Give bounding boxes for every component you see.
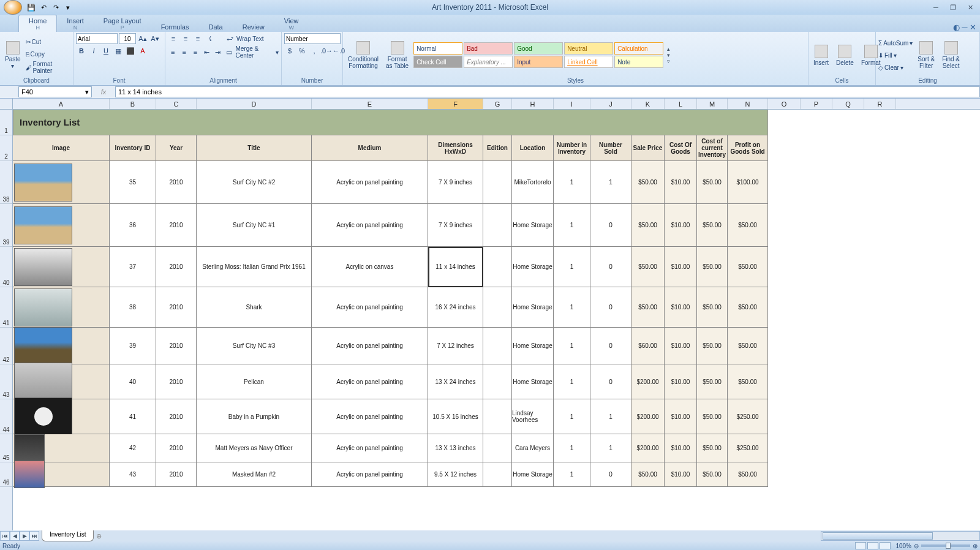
table-cell[interactable]: $50.00 [697, 204, 728, 247]
italic-icon[interactable]: I [88, 45, 99, 56]
tab-next-icon[interactable]: ▶ [20, 531, 29, 541]
table-cell[interactable] [483, 161, 512, 204]
table-cell[interactable]: $10.00 [665, 328, 697, 364]
shrink-font-icon[interactable]: A▾ [149, 33, 160, 44]
table-cell[interactable]: Baby in a Pumpkin [197, 399, 312, 434]
table-cell[interactable]: 2010 [156, 287, 197, 328]
zoom-out-icon[interactable]: ⊖ [914, 543, 919, 549]
table-header[interactable]: Year [156, 135, 197, 161]
scrollbar-thumb[interactable] [823, 532, 933, 540]
table-cell[interactable]: $50.00 [697, 328, 728, 364]
table-cell[interactable]: Acrylic on panel painting [312, 287, 428, 328]
table-cell[interactable]: 1 [554, 161, 590, 204]
table-cell[interactable]: $50.00 [728, 287, 768, 328]
table-cell[interactable]: $50.00 [697, 364, 728, 399]
restore-button[interactable]: ❐ [946, 2, 960, 12]
table-header[interactable]: Inventory ID [110, 135, 156, 161]
table-cell[interactable]: $200.00 [631, 399, 665, 434]
percent-icon[interactable]: % [296, 45, 307, 56]
indent-dec-icon[interactable]: ⇤ [202, 47, 211, 58]
table-cell[interactable]: Surf City NC #3 [197, 328, 312, 364]
table-header[interactable]: Image [13, 135, 110, 161]
table-cell[interactable]: $50.00 [631, 287, 665, 328]
tab-prev-icon[interactable]: ◀ [10, 531, 20, 541]
tab-insert[interactable]: InsertN [57, 15, 94, 32]
table-cell[interactable]: $50.00 [631, 247, 665, 287]
table-cell[interactable] [483, 462, 512, 487]
table-header[interactable]: Cost Of Goods [665, 135, 697, 161]
table-cell[interactable]: Acrylic on panel painting [312, 364, 428, 399]
table-cell[interactable]: 7 X 12 inches [428, 328, 483, 364]
table-cell[interactable]: 2010 [156, 434, 197, 462]
table-cell[interactable]: $50.00 [697, 287, 728, 328]
underline-icon[interactable]: U [100, 45, 111, 56]
table-cell[interactable] [483, 287, 512, 328]
table-header[interactable]: Medium [312, 135, 428, 161]
table-cell[interactable]: 16 X 24 inches [428, 287, 483, 328]
table-cell[interactable]: $10.00 [665, 462, 697, 487]
table-cell[interactable]: Acrylic on panel painting [312, 328, 428, 364]
table-cell[interactable]: $50.00 [728, 204, 768, 247]
table-cell[interactable]: 0 [590, 247, 631, 287]
table-cell[interactable]: Home Storage [512, 204, 554, 247]
tab-home[interactable]: HomeH [18, 15, 57, 32]
table-header[interactable]: Sale Price [631, 135, 665, 161]
table-header[interactable]: Profit on Goods Sold [728, 135, 768, 161]
table-cell[interactable]: Acrylic on panel painting [312, 204, 428, 247]
font-color-icon[interactable]: A [137, 45, 148, 56]
horizontal-scrollbar[interactable] [821, 531, 980, 541]
row-header-41[interactable]: 41 [0, 287, 12, 328]
table-cell[interactable]: $250.00 [728, 434, 768, 462]
table-cell[interactable]: 2010 [156, 399, 197, 434]
table-cell[interactable]: $200.00 [631, 364, 665, 399]
table-cell[interactable]: $50.00 [697, 399, 728, 434]
table-header[interactable]: Dimensions HxWxD [428, 135, 483, 161]
grow-font-icon[interactable]: A▴ [137, 33, 148, 44]
grid-body[interactable]: Inventory ListImageInventory IDYearTitle… [13, 110, 980, 487]
align-bottom-icon[interactable]: ≡ [192, 33, 203, 44]
comma-icon[interactable]: , [309, 45, 320, 56]
fill-button[interactable]: ⬇ Fill ▾ [878, 50, 913, 61]
clear-button[interactable]: ◇ Clear ▾ [878, 62, 913, 73]
table-cell[interactable]: 40 [110, 364, 156, 399]
save-icon[interactable]: 💾 [26, 2, 37, 13]
table-cell[interactable]: 0 [590, 364, 631, 399]
table-cell[interactable]: 42 [110, 434, 156, 462]
table-cell[interactable]: 0 [590, 287, 631, 328]
table-cell[interactable]: Acrylic on panel painting [312, 161, 428, 204]
table-cell[interactable] [483, 399, 512, 434]
table-cell[interactable]: $10.00 [665, 161, 697, 204]
name-box[interactable]: F40▾ [18, 86, 92, 97]
tab-last-icon[interactable]: ⏭ [29, 531, 39, 541]
formula-input[interactable]: 11 x 14 inches [115, 86, 980, 97]
table-cell[interactable]: 1 [554, 462, 590, 487]
table-cell[interactable] [13, 399, 110, 434]
align-left-icon[interactable]: ≡ [168, 47, 178, 58]
table-cell[interactable]: 11 x 14 inches [428, 247, 483, 287]
table-cell[interactable]: Home Storage [512, 364, 554, 399]
table-cell[interactable]: Surf City NC #2 [197, 161, 312, 204]
office-button[interactable] [4, 0, 22, 15]
table-cell[interactable]: Home Storage [512, 462, 554, 487]
table-cell[interactable]: $50.00 [631, 204, 665, 247]
table-cell[interactable]: $50.00 [631, 462, 665, 487]
font-name-input[interactable] [76, 33, 118, 44]
table-cell[interactable]: 1 [554, 399, 590, 434]
table-cell[interactable]: Acrylic on panel painting [312, 434, 428, 462]
table-cell[interactable]: $50.00 [728, 462, 768, 487]
table-header[interactable]: Number in Inventory [554, 135, 590, 161]
copy-button[interactable]: ⎘ Copy [26, 48, 70, 59]
align-right-icon[interactable]: ≡ [190, 47, 200, 58]
inventory-title[interactable]: Inventory List [13, 110, 768, 135]
table-header[interactable]: Number Sold [590, 135, 631, 161]
zoom-knob[interactable] [946, 543, 951, 549]
table-cell[interactable]: $50.00 [697, 462, 728, 487]
table-cell[interactable] [483, 434, 512, 462]
table-cell[interactable]: 0 [590, 462, 631, 487]
col-header-C[interactable]: C [156, 99, 197, 109]
table-cell[interactable]: $50.00 [697, 247, 728, 287]
table-cell[interactable]: Home Storage [512, 328, 554, 364]
format-painter-button[interactable]: 🖌 Format Painter [26, 61, 70, 74]
table-cell[interactable]: 38 [110, 287, 156, 328]
row-header-42[interactable]: 42 [0, 328, 12, 364]
